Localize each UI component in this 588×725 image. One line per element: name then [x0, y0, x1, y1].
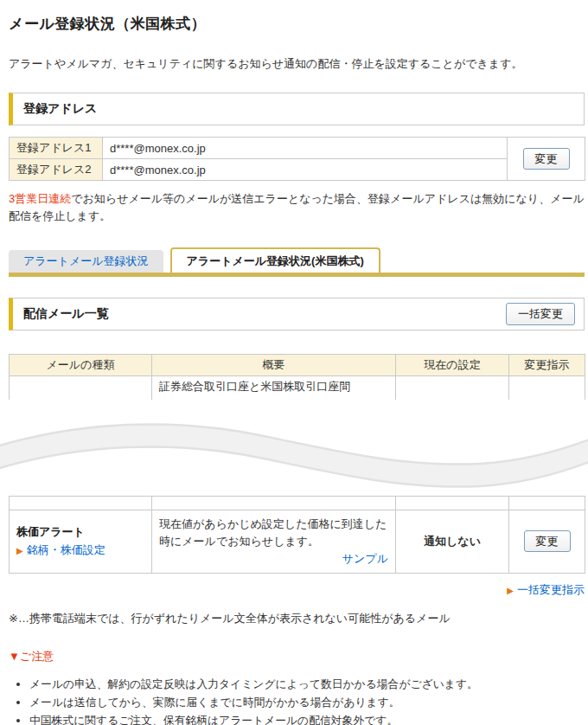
table-row-stock-alert: 株価アラート ▶銘柄・株価設定 現在値があらかじめ設定した価格に到達した時にメー…	[10, 510, 585, 573]
table-row-sliver	[10, 496, 585, 510]
wave-graphic	[0, 408, 588, 488]
address-change-cell: 変更	[508, 138, 585, 181]
page-title: メール登録状況（米国株式）	[9, 14, 585, 34]
stock-alert-label: 株価アラート	[16, 525, 85, 538]
address1-label: 登録アドレス1	[10, 138, 103, 159]
arrow-right-icon: ▶	[16, 546, 23, 555]
registered-address-table: 登録アドレス1 d****@monex.co.jp 変更 登録アドレス2 d**…	[9, 137, 585, 181]
list-item: 中国株式に関するご注文、保有銘柄はアラートメールの配信対象外です。	[29, 711, 585, 725]
caution-heading: ▼ご注意	[9, 649, 585, 664]
bulk-change-instruction-link[interactable]: 一括変更指示	[517, 583, 585, 596]
mail-registration-page: メール登録状況（米国株式） アラートやメルマガ、セキュリティに関するお知らせ通知…	[0, 0, 588, 725]
address2-label: 登録アドレス2	[10, 159, 103, 181]
truncated-setting-cell	[396, 376, 509, 400]
list-item: メールの申込、解約の設定反映は入力タイミングによって数日かかる場合がございます。	[29, 675, 585, 693]
mail-list-table-bottom: 株価アラート ▶銘柄・株価設定 現在値があらかじめ設定した価格に到達した時にメー…	[9, 496, 585, 574]
list-item: メールは送信してから、実際に届くまでに時間がかかる場合があります。	[29, 693, 585, 711]
stock-alert-change-cell: 変更	[509, 510, 585, 573]
bulk-change-link-row: ▶一括変更指示	[9, 582, 585, 598]
caution-list: メールの申込、解約の設定反映は入力タイミングによって数日かかる場合がございます。…	[9, 675, 585, 725]
tab-alert-mail-status[interactable]: アラートメール登録状況	[9, 250, 163, 273]
arrow-right-icon: ▶	[507, 586, 514, 595]
warning-highlight: 3営業日連続	[9, 192, 71, 205]
stock-alert-type-cell: 株価アラート ▶銘柄・株価設定	[10, 510, 152, 573]
section-mail-list: 配信メール一覧 一括変更	[9, 298, 585, 330]
address1-value: d****@monex.co.jp	[103, 138, 508, 159]
column-change-instruction: 変更指示	[509, 355, 585, 376]
table-row-truncated: 証券総合取引口座と米国株取引口座間	[10, 376, 585, 400]
table-row: 登録アドレス2 d****@monex.co.jp	[10, 159, 585, 181]
page-description: アラートやメルマガ、セキュリティに関するお知らせ通知の配信・停止を設定することが…	[9, 56, 585, 72]
column-mail-type: メールの種類	[10, 355, 152, 376]
tab-alert-mail-status-us[interactable]: アラートメール登録状況(米国株式)	[170, 247, 380, 273]
stock-alert-summary-cell: 現在値があらかじめ設定した価格に到達した時にメールでお知らせします。 サンプル	[152, 510, 396, 573]
tab-underline-bar	[9, 273, 585, 277]
table-row: 登録アドレス1 d****@monex.co.jp 変更	[10, 138, 585, 159]
mail-table-header: メールの種類 概要 現在の設定 変更指示	[10, 355, 585, 376]
warning-text: でお知らせメール等のメールが送信エラーとなった場合、登録メールアドレスは無効にな…	[9, 192, 585, 222]
mail-list-table-top: メールの種類 概要 現在の設定 変更指示 証券総合取引口座と米国株取引口座間	[9, 354, 585, 400]
section-registered-address: 登録アドレス	[9, 93, 585, 125]
stock-price-settings-link[interactable]: 銘柄・株価設定	[27, 543, 105, 556]
truncated-change-cell	[509, 376, 585, 400]
stock-alert-change-button[interactable]: 変更	[524, 530, 571, 553]
sample-link[interactable]: サンプル	[159, 550, 388, 568]
alert-mail-tabs: アラートメール登録状況 アラートメール登録状況(米国株式)	[9, 247, 585, 273]
bulk-change-button[interactable]: 一括変更	[506, 303, 575, 325]
content-cutoff-wave	[0, 408, 588, 491]
address2-value: d****@monex.co.jp	[103, 159, 508, 181]
column-summary: 概要	[152, 355, 396, 376]
stock-alert-summary: 現在値があらかじめ設定した価格に到達した時にメールでお知らせします。	[159, 517, 387, 548]
column-current-setting: 現在の設定	[396, 355, 509, 376]
send-error-warning: 3営業日連続でお知らせメール等のメールが送信エラーとなった場合、登録メールアドレ…	[9, 190, 585, 225]
address-change-button[interactable]: 変更	[523, 148, 570, 170]
registered-address-title: 登録アドレス	[23, 101, 97, 117]
mail-list-title: 配信メール一覧	[23, 306, 109, 322]
truncated-summary-cell: 証券総合取引口座と米国株取引口座間	[152, 376, 396, 400]
truncated-type-cell	[10, 376, 152, 400]
mobile-footnote: ※…携帯電話端末では、行がずれたりメール文全体が表示されない可能性があるメール	[9, 611, 585, 626]
current-setting-value: 通知しない	[396, 510, 509, 573]
